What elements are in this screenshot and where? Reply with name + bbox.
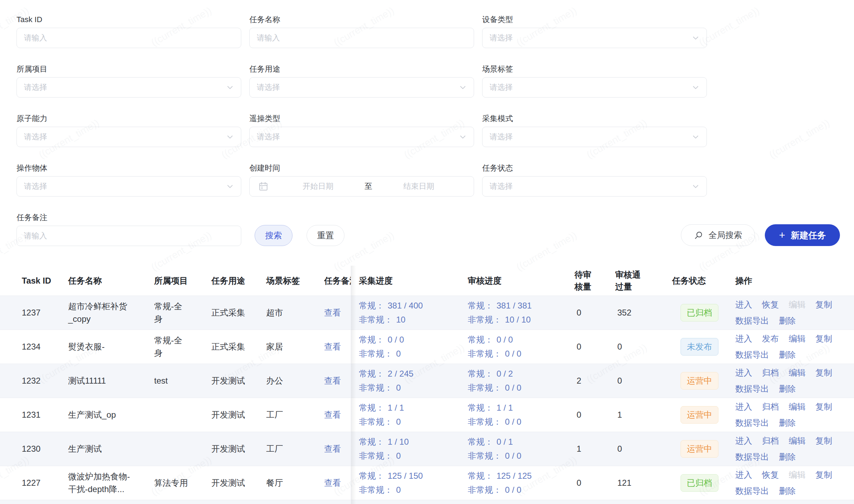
- action-link[interactable]: 删除: [779, 348, 796, 362]
- collect-irregular-value: 0: [396, 449, 401, 463]
- task-management-page: Task ID 任务名称 设备类型 请选择 所属项目 请选择 任务用途 请选择: [0, 0, 854, 504]
- filter-select[interactable]: 请选择: [482, 176, 707, 197]
- filter-field: 原子能力 请选择: [17, 114, 241, 147]
- select-placeholder: 请选择: [490, 132, 692, 142]
- collect-regular-value: 1 / 10: [388, 435, 409, 449]
- filter-field: 创建时间 开始日期 至 结束日期: [249, 163, 474, 197]
- cell-status: 运营中: [672, 440, 735, 458]
- cell-review-progress: 常规：0 / 1 非常规：0 / 0: [468, 435, 574, 463]
- action-link[interactable]: 删除: [779, 450, 796, 464]
- filter-select[interactable]: 请选择: [17, 176, 241, 197]
- action-link[interactable]: 进入: [735, 298, 752, 312]
- action-link[interactable]: 删除: [779, 416, 796, 430]
- action-link[interactable]: 删除: [779, 314, 796, 328]
- action-link[interactable]: 复制: [815, 366, 832, 380]
- action-line-2: 数据导出删除: [735, 348, 843, 362]
- collect-irregular-value: 0: [396, 415, 401, 429]
- review-irregular-label: 非常规：: [468, 381, 501, 395]
- action-link[interactable]: 删除: [779, 382, 796, 396]
- collect-irregular-value: 10: [396, 313, 406, 327]
- filter-select[interactable]: 请选择: [482, 127, 707, 147]
- collect-regular-value: 1 / 1: [388, 401, 404, 415]
- action-link[interactable]: 数据导出: [735, 484, 769, 498]
- filter-text-input[interactable]: [17, 28, 241, 48]
- action-link[interactable]: 复制: [815, 332, 832, 346]
- action-link[interactable]: 归档: [762, 400, 779, 414]
- cell-approved-count: 352: [615, 306, 672, 319]
- filter-text-input[interactable]: [249, 28, 474, 48]
- action-link[interactable]: 进入: [735, 332, 752, 346]
- action-link[interactable]: 编辑: [789, 332, 806, 346]
- filter-field: 任务用途 请选择: [249, 64, 474, 98]
- filter-select[interactable]: 请选择: [482, 28, 707, 48]
- action-link[interactable]: 进入: [735, 400, 752, 414]
- search-button[interactable]: 搜索: [255, 225, 293, 246]
- filter-select[interactable]: 请选择: [17, 77, 241, 98]
- action-link[interactable]: 复制: [815, 400, 832, 414]
- action-line-1: 进入发布编辑复制: [735, 332, 843, 346]
- select-placeholder: 请选择: [490, 82, 692, 93]
- cell-pending-count: 1: [574, 443, 615, 455]
- view-remark-link[interactable]: 查看: [324, 444, 341, 453]
- action-link[interactable]: 归档: [762, 434, 779, 448]
- global-search-button[interactable]: 全局搜索: [681, 224, 755, 246]
- action-link[interactable]: 数据导出: [735, 450, 769, 464]
- action-link[interactable]: 数据导出: [735, 416, 769, 430]
- view-remark-link[interactable]: 查看: [324, 410, 341, 419]
- cell-project: 常规-全身: [154, 334, 211, 359]
- action-link[interactable]: 进入: [735, 434, 752, 448]
- action-link[interactable]: 复制: [815, 468, 832, 482]
- action-link[interactable]: 删除: [779, 484, 796, 498]
- action-link[interactable]: 恢复: [762, 298, 779, 312]
- review-regular-label: 常规：: [468, 469, 493, 483]
- review-regular-value: 1 / 1: [497, 401, 513, 415]
- search-icon: [694, 231, 703, 240]
- filter-select[interactable]: 请选择: [17, 127, 241, 147]
- action-link[interactable]: 发布: [762, 332, 779, 346]
- action-link[interactable]: 数据导出: [735, 314, 769, 328]
- filter-select[interactable]: 请选择: [249, 127, 474, 147]
- view-remark-link[interactable]: 查看: [324, 478, 341, 488]
- action-link[interactable]: 编辑: [789, 434, 806, 448]
- cell-task-name: 熨烫衣服-: [68, 340, 154, 353]
- filter-select[interactable]: 请选择: [249, 77, 474, 98]
- view-remark-link[interactable]: 查看: [324, 342, 341, 351]
- action-link[interactable]: 编辑: [789, 400, 806, 414]
- cell-purpose: 正式采集: [211, 340, 266, 353]
- action-link[interactable]: 复制: [815, 434, 832, 448]
- filter-select[interactable]: 请选择: [482, 77, 707, 98]
- cell-pending-count: 2: [574, 374, 615, 387]
- action-link[interactable]: 归档: [762, 366, 779, 380]
- cell-collect-progress: 常规：0 / 0 非常规：0: [359, 333, 468, 361]
- action-link[interactable]: 复制: [815, 298, 832, 312]
- action-link[interactable]: 编辑: [789, 366, 806, 380]
- cell-task-name: 生产测试_op: [68, 409, 154, 421]
- filter-grid: Task ID 任务名称 设备类型 请选择 所属项目 请选择 任务用途 请选择: [17, 15, 707, 197]
- action-link[interactable]: 进入: [735, 468, 752, 482]
- review-regular-label: 常规：: [468, 435, 493, 449]
- create-task-button[interactable]: + 新建任务: [765, 224, 840, 246]
- cell-scene: 家居: [266, 340, 324, 353]
- filter-label: 任务状态: [482, 163, 707, 173]
- action-link: 编辑: [789, 468, 806, 482]
- cell-status: 已归档: [672, 474, 735, 492]
- action-link[interactable]: 数据导出: [735, 348, 769, 362]
- action-link[interactable]: 恢复: [762, 468, 779, 482]
- action-link[interactable]: 数据导出: [735, 382, 769, 396]
- filter-field: 采集模式 请选择: [482, 114, 707, 147]
- action-link[interactable]: 进入: [735, 366, 752, 380]
- filter-label: Task ID: [17, 15, 241, 25]
- review-irregular-value: 0 / 0: [505, 483, 521, 497]
- collect-regular-value: 2 / 245: [388, 367, 413, 381]
- view-remark-link[interactable]: 查看: [324, 308, 341, 317]
- view-remark-link[interactable]: 查看: [324, 376, 341, 385]
- review-irregular-value: 0 / 0: [505, 347, 521, 361]
- reset-button[interactable]: 重置: [307, 225, 344, 246]
- table-row: 1237 超市冷鲜柜补货_copy 常规-全身 正式采集 超市 查看 常规：38…: [0, 296, 854, 330]
- cell-purpose: 开发测试: [211, 409, 266, 421]
- cell-review-progress: 常规：381 / 381 非常规：10 / 10: [468, 299, 574, 327]
- date-range-picker[interactable]: 开始日期 至 结束日期: [249, 176, 474, 197]
- filter-text-input[interactable]: [17, 226, 241, 246]
- filter-label: 任务备注: [17, 213, 241, 223]
- chevron-down-icon: [692, 84, 699, 91]
